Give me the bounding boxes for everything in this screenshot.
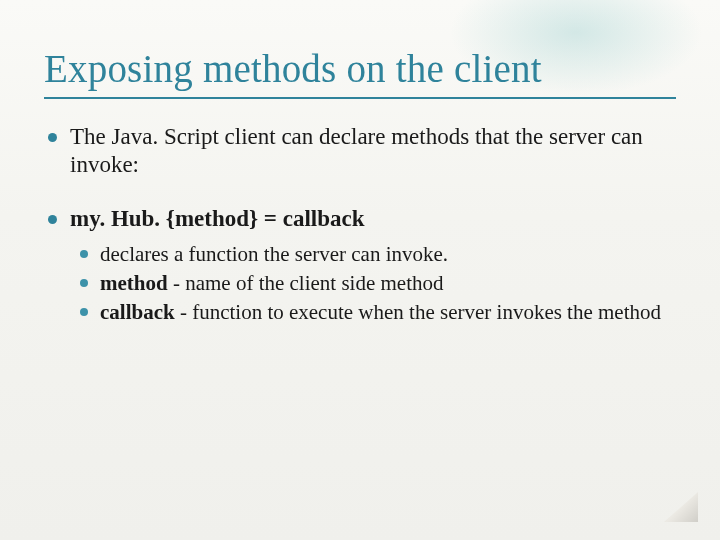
list-item: declares a function the server can invok… [76,241,676,268]
bullet-text: The Java. Script client can declare meth… [70,124,643,177]
sub-bullet-list: declares a function the server can invok… [70,241,676,326]
sub-bullet-rest: - name of the client side method [168,271,444,295]
bullet-list: The Java. Script client can declare meth… [44,123,676,326]
sub-bullet-lead: callback [100,300,175,324]
sub-bullet-rest: - function to execute when the server in… [175,300,661,324]
list-item: my. Hub. {method} = callback declares a … [44,205,676,326]
sub-bullet-lead: method [100,271,168,295]
sub-bullet-text: declares a function the server can invok… [100,242,448,266]
list-item: The Java. Script client can declare meth… [44,123,676,179]
bullet-text-bold: my. Hub. {method} = callback [70,206,365,231]
list-item: method - name of the client side method [76,270,676,297]
list-item: callback - function to execute when the … [76,299,676,326]
title-underline [44,97,676,99]
slide-title: Exposing methods on the client [44,46,676,91]
page-curl-decoration [664,492,698,522]
